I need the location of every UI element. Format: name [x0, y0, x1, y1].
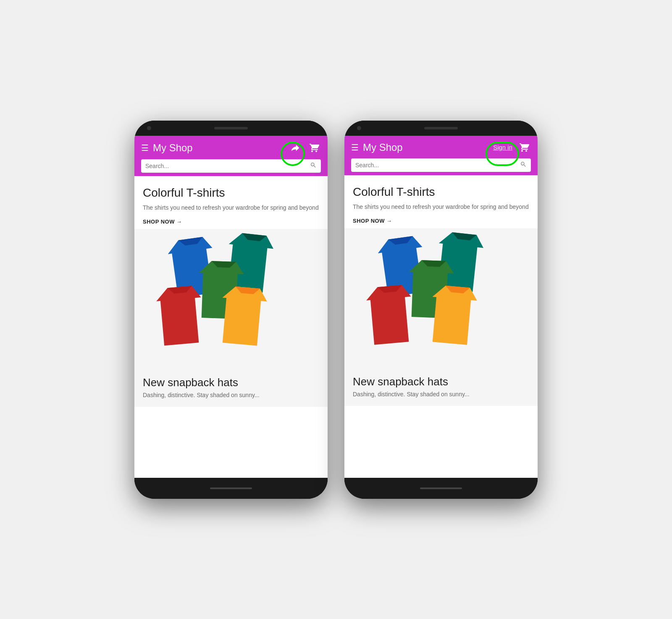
- hamburger-icon-left[interactable]: ☰: [141, 143, 149, 153]
- app-header-right: ☰ My Shop Sign in: [344, 136, 538, 175]
- search-bar-left: [141, 159, 321, 173]
- cart-svg-right: [519, 142, 529, 153]
- second-subtitle-left: Dashing, distinctive. Stay shaded on sun…: [143, 392, 319, 398]
- hero-subtitle-left: The shirts you need to refresh your ward…: [143, 204, 319, 212]
- camera-right: [357, 126, 361, 130]
- hero-section-right: Colorful T-shirts The shirts you need to…: [344, 175, 538, 224]
- speaker-left: [214, 127, 248, 129]
- content-left: Colorful T-shirts The shirts you need to…: [134, 176, 328, 478]
- cart-icon-right[interactable]: [517, 141, 531, 154]
- home-indicator-left: [210, 487, 252, 489]
- search-icon-right: [520, 161, 527, 169]
- shop-title-right: My Shop: [363, 142, 487, 153]
- camera-left: [147, 126, 151, 130]
- shop-now-left[interactable]: SHOP NOW →: [143, 219, 182, 225]
- tshirt-area-left: [134, 229, 328, 368]
- tshirts-svg-left: [134, 229, 328, 368]
- header-icons-right: Sign in: [491, 141, 531, 154]
- login-icon-button[interactable]: [290, 141, 304, 155]
- hero-section-left: Colorful T-shirts The shirts you need to…: [134, 176, 328, 225]
- screen-left: ☰ My Shop: [134, 136, 328, 478]
- content-right: Colorful T-shirts The shirts you need to…: [344, 175, 538, 478]
- second-title-right: New snapback hats: [353, 375, 529, 388]
- search-input-right[interactable]: [355, 162, 517, 169]
- comparison-container: ☰ My Shop: [134, 121, 538, 499]
- hamburger-icon-right[interactable]: ☰: [351, 142, 359, 153]
- header-top-right: ☰ My Shop Sign in: [351, 141, 531, 154]
- second-section-left: New snapback hats Dashing, distinctive. …: [134, 368, 328, 407]
- phone-top-bar-left: [134, 121, 328, 136]
- login-icon: [291, 142, 302, 153]
- home-indicator-right: [420, 487, 462, 489]
- svg-marker-6: [155, 285, 205, 346]
- phone-right: ☰ My Shop Sign in: [344, 121, 538, 499]
- speaker-right: [424, 127, 458, 129]
- phone-top-bar-right: [344, 121, 538, 136]
- phone-left: ☰ My Shop: [134, 121, 328, 499]
- phone-bottom-right: [344, 478, 538, 499]
- hero-title-left: Colorful T-shirts: [143, 186, 319, 200]
- hero-subtitle-right: The shirts you need to refresh your ward…: [353, 203, 529, 211]
- hero-title-right: Colorful T-shirts: [353, 185, 529, 199]
- tshirt-area-right: [344, 228, 538, 367]
- second-section-right: New snapback hats Dashing, distinctive. …: [344, 367, 538, 406]
- shop-title-left: My Shop: [153, 142, 286, 154]
- search-input-left[interactable]: [145, 163, 307, 169]
- phone-bottom-left: [134, 478, 328, 499]
- second-title-left: New snapback hats: [143, 376, 319, 389]
- signin-button[interactable]: Sign in: [491, 142, 514, 153]
- screen-right: ☰ My Shop Sign in: [344, 136, 538, 478]
- cart-svg-left: [309, 143, 319, 153]
- svg-marker-16: [365, 284, 415, 345]
- header-top-left: ☰ My Shop: [141, 141, 321, 155]
- search-icon-left: [310, 162, 317, 170]
- search-bar-right: [351, 158, 531, 172]
- shop-now-right[interactable]: SHOP NOW →: [353, 218, 392, 224]
- cart-icon-left[interactable]: [307, 141, 321, 155]
- tshirts-svg-right: [344, 228, 538, 367]
- header-icons-left: [290, 141, 321, 155]
- app-header-left: ☰ My Shop: [134, 136, 328, 176]
- second-subtitle-right: Dashing, distinctive. Stay shaded on sun…: [353, 391, 529, 398]
